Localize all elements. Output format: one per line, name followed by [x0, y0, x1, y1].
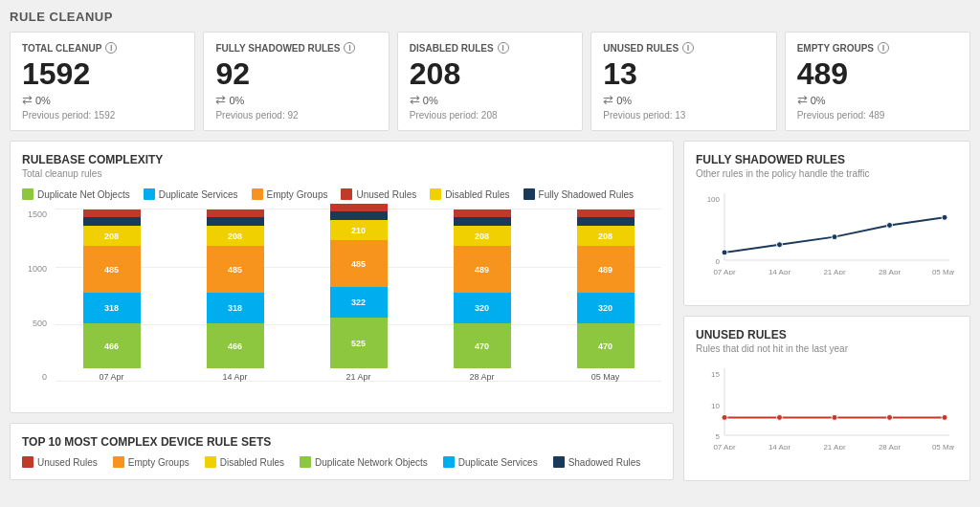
svg-text:15: 15: [711, 370, 720, 379]
bar-x-label: 21 Apr: [345, 372, 370, 382]
top10-legend-label: Empty Groups: [128, 457, 189, 468]
bar-group: 20848531846607 Apr: [56, 209, 167, 382]
y-axis-label: 1000: [28, 264, 47, 274]
bar-chart-container: 150010005000 20848531846607 Apr208485318…: [22, 209, 661, 401]
card-value: 92: [215, 57, 376, 91]
top10-legend-color: [443, 456, 455, 468]
top10-legend-color: [22, 456, 33, 468]
unused-rules-subtitle: Rules that did not hit in the last year: [696, 343, 958, 354]
fully-shadowed-subtitle: Other rules in the policy handle the tra…: [696, 168, 958, 179]
top10-legend-item: Duplicate Network Objects: [300, 456, 428, 468]
legend-item: Empty Groups: [252, 188, 328, 200]
page-title: RULE CLEANUP: [10, 10, 970, 24]
card-prev: Previous period: 13: [603, 110, 764, 121]
top10-legend-color: [205, 456, 216, 468]
svg-text:0: 0: [716, 257, 721, 266]
bar-segment: 485: [330, 240, 388, 287]
svg-text:05 May: 05 May: [932, 268, 954, 275]
left-panel: RULEBASE COMPLEXITY Total cleanup rules …: [10, 141, 674, 481]
unused-rules-chart-container: 15105 07 Apr14 Apr21 Apr28 Apr05 May: [696, 364, 958, 469]
top10-legend-item: Disabled Rules: [205, 456, 284, 468]
info-icon[interactable]: i: [344, 42, 355, 54]
bar-segment: [454, 217, 511, 226]
bar-segment: 210: [330, 220, 388, 240]
page-root: RULE CLEANUP TOTAL CLEANUP i 1592 ⇄ 0% P…: [0, 0, 980, 507]
svg-text:5: 5: [716, 432, 721, 441]
legend-item: Duplicate Net Objects: [22, 188, 130, 200]
card-change: ⇄ 0%: [215, 93, 376, 107]
info-icon[interactable]: i: [105, 42, 117, 54]
bar-segment: [454, 209, 511, 217]
svg-point-22: [887, 415, 893, 421]
legend-item: Disabled Rules: [430, 188, 509, 200]
bar-segment: 489: [454, 246, 511, 293]
card-label: DISABLED RULES i: [410, 42, 570, 54]
card-value: 489: [797, 57, 958, 91]
bar-segment: 525: [330, 318, 388, 368]
legend-color: [341, 188, 352, 200]
bar-stack: 208489320470: [454, 209, 511, 368]
unused-rules-card: UNUSED RULES Rules that did not hit in t…: [683, 316, 970, 481]
bar-segment: 208: [454, 226, 511, 246]
bar-group: 20848932047005 May: [549, 209, 661, 382]
bar-stack: 208485318466: [207, 209, 264, 368]
top10-legend-label: Disabled Rules: [220, 457, 284, 468]
bar-segment: 318: [207, 293, 264, 323]
svg-text:07 Apr: 07 Apr: [713, 268, 735, 275]
svg-text:28 Apr: 28 Apr: [879, 268, 901, 275]
top10-legend-item: Duplicate Services: [443, 456, 538, 468]
bar-segment: 466: [207, 323, 264, 368]
fully-shadowed-card: FULLY SHADOWED RULES Other rules in the …: [683, 141, 970, 306]
bar-segment: [83, 209, 141, 217]
legend-item: Unused Rules: [341, 188, 416, 200]
legend-label: Unused Rules: [356, 189, 416, 200]
top10-title: TOP 10 MOST COMPLEX DEVICE RULE SETS: [22, 435, 661, 449]
bar-segment: [207, 209, 264, 217]
bar-group: 20848932047028 Apr: [426, 209, 538, 382]
card-change: ⇄ 0%: [22, 93, 183, 107]
card-change: ⇄ 0%: [410, 93, 570, 107]
card-change: ⇄ 0%: [797, 93, 958, 107]
bar-segment: 489: [577, 246, 635, 293]
top10-legend-label: Shadowed Rules: [568, 457, 641, 468]
info-icon[interactable]: i: [682, 42, 694, 54]
legend-color: [252, 188, 263, 200]
summary-card-empty-groups: EMPTY GROUPS i 489 ⇄ 0% Previous period:…: [785, 32, 970, 131]
card-label: UNUSED RULES i: [603, 42, 764, 54]
legend-label: Disabled Rules: [445, 189, 509, 200]
bar-segment: [330, 204, 388, 211]
info-icon[interactable]: i: [878, 42, 889, 54]
top10-legend-item: Unused Rules: [22, 456, 98, 468]
summary-card-fully-shadowed: FULLY SHADOWED RULES i 92 ⇄ 0% Previous …: [203, 32, 389, 131]
card-value: 1592: [22, 57, 183, 91]
bar-segment: 470: [577, 323, 635, 368]
svg-text:28 Apr: 28 Apr: [879, 443, 901, 450]
info-icon[interactable]: i: [498, 42, 509, 54]
card-prev: Previous period: 208: [410, 110, 570, 121]
line-chart-svg: 1000 07 Apr14 Apr21 Apr28 Apr05 May: [696, 188, 954, 275]
change-arrow-icon: ⇄: [797, 93, 808, 107]
bar-segment: 322: [330, 287, 388, 318]
unused-rules-title: UNUSED RULES: [696, 328, 958, 342]
y-axis-label: 0: [42, 372, 47, 382]
svg-point-5: [777, 242, 783, 248]
bar-segment: 320: [577, 293, 635, 323]
bar-segment: [330, 211, 388, 220]
change-arrow-icon: ⇄: [410, 93, 420, 107]
legend-color: [144, 188, 155, 200]
svg-text:10: 10: [711, 402, 720, 410]
top10-legend-color: [553, 456, 565, 468]
svg-point-23: [942, 415, 947, 421]
svg-point-7: [887, 223, 893, 229]
card-label: TOTAL CLEANUP i: [22, 42, 183, 54]
rulebase-complexity-subtitle: Total cleanup rules: [22, 168, 661, 179]
svg-text:100: 100: [707, 195, 721, 204]
top10-legend-item: Shadowed Rules: [553, 456, 641, 468]
svg-text:21 Apr: 21 Apr: [823, 443, 845, 450]
svg-text:14 Apr: 14 Apr: [768, 268, 791, 275]
bar-segment: 320: [454, 293, 511, 323]
svg-text:21 Apr: 21 Apr: [823, 268, 845, 275]
card-label: FULLY SHADOWED RULES i: [215, 42, 376, 54]
change-arrow-icon: ⇄: [215, 93, 226, 107]
legend-item: Duplicate Services: [144, 188, 238, 200]
